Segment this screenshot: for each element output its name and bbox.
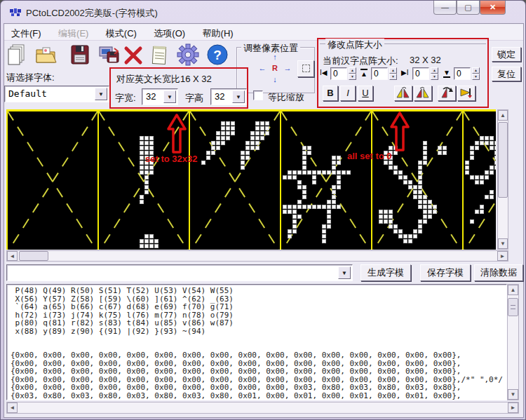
pixel-block[interactable] <box>231 121 235 126</box>
pixel-block[interactable] <box>140 156 144 160</box>
output-hscrollbar[interactable]: ◄ ► <box>6 402 519 414</box>
charset-combo[interactable]: !"#$%&'()*+,-./0123456789:;<=>?@ABCDEFGH… <box>6 264 353 281</box>
pixel-block[interactable] <box>403 180 407 184</box>
preview-vscroll-up-button[interactable]: ▲ <box>498 110 508 121</box>
output-vscrollbar[interactable]: ▲ ▼ <box>507 284 519 400</box>
pixel-block[interactable] <box>302 185 306 189</box>
pixel-block[interactable] <box>149 165 154 170</box>
delete-button[interactable] <box>123 43 144 68</box>
pixel-block[interactable] <box>250 136 255 140</box>
pixel-block[interactable] <box>342 170 346 175</box>
pixel-block[interactable] <box>288 175 292 179</box>
pixel-block[interactable] <box>413 195 417 199</box>
pixel-block[interactable] <box>423 210 427 214</box>
shift-right-spin-down[interactable]: ▼ <box>431 74 438 80</box>
pixel-block[interactable] <box>211 141 215 145</box>
pixel-block[interactable] <box>302 156 306 160</box>
pixel-block[interactable] <box>384 210 388 214</box>
pixel-block[interactable] <box>149 170 154 175</box>
pixel-block[interactable] <box>307 205 311 209</box>
output-vscroll-thumb[interactable] <box>508 298 518 316</box>
pixel-block[interactable] <box>255 126 259 130</box>
pixel-block[interactable] <box>413 190 417 194</box>
lcd-preview-canvas[interactable]: set to 32x32all set to 0 <box>6 109 496 250</box>
pixel-block[interactable] <box>302 190 306 194</box>
pixel-block[interactable] <box>485 141 489 145</box>
pixel-block[interactable] <box>428 210 432 214</box>
pixel-block[interactable] <box>389 224 393 229</box>
char-width-combo[interactable]: 32 ▼ <box>142 88 178 105</box>
pixel-block[interactable] <box>438 151 442 155</box>
pixel-block[interactable] <box>327 224 331 229</box>
pixel-block[interactable] <box>485 195 489 199</box>
shift-down-spin-up[interactable]: ▲ <box>472 67 480 74</box>
pixel-block[interactable] <box>292 215 297 219</box>
pixel-block[interactable] <box>443 146 447 150</box>
shift-left-spin-down[interactable]: ▼ <box>349 74 356 80</box>
pixel-block[interactable] <box>149 239 154 243</box>
pixel-block[interactable] <box>480 180 484 184</box>
pixel-block[interactable] <box>206 156 210 160</box>
reset-button[interactable]: 复位 <box>492 67 521 81</box>
pixel-block[interactable] <box>408 234 412 238</box>
pixel-block[interactable] <box>312 170 316 175</box>
pixel-block[interactable] <box>226 126 230 130</box>
pixel-block[interactable] <box>144 239 149 243</box>
italic-button[interactable]: I <box>340 86 356 101</box>
pixel-block[interactable] <box>241 156 245 160</box>
char-height-combo[interactable]: 32 ▼ <box>210 88 247 105</box>
pixel-block[interactable] <box>140 146 144 150</box>
pixel-block[interactable] <box>149 234 154 238</box>
pixel-block[interactable] <box>149 146 154 150</box>
pixel-block[interactable] <box>494 151 496 155</box>
pixel-block[interactable] <box>327 170 331 175</box>
pixel-block[interactable] <box>485 170 489 175</box>
pixel-block[interactable] <box>418 170 422 175</box>
pixel-block[interactable] <box>211 151 215 155</box>
pixel-block[interactable] <box>260 126 264 130</box>
pixel-block[interactable] <box>423 161 427 165</box>
frame-tool-button[interactable] <box>297 60 314 77</box>
pixel-block[interactable] <box>245 146 250 150</box>
pixel-block[interactable] <box>245 156 250 160</box>
pixel-block[interactable] <box>470 156 474 160</box>
pixel-block[interactable] <box>317 205 321 209</box>
pixel-block[interactable] <box>140 161 144 165</box>
pixel-block[interactable] <box>322 229 326 233</box>
pixel-block[interactable] <box>255 136 259 140</box>
pixel-block[interactable] <box>418 161 422 165</box>
charset-dropdown-button[interactable]: ▼ <box>338 266 351 279</box>
pixel-block[interactable] <box>494 146 496 150</box>
pixel-block[interactable] <box>302 165 306 170</box>
shift-left-spin-up[interactable]: ▲ <box>349 67 356 74</box>
pixel-block[interactable] <box>327 210 331 214</box>
settings-button[interactable] <box>176 43 201 68</box>
menu-file[interactable]: 文件(F) <box>4 25 48 43</box>
pixel-block[interactable] <box>292 175 297 179</box>
menu-help[interactable]: 帮助(H) <box>196 25 241 43</box>
pixel-block[interactable] <box>216 146 220 150</box>
pixel-block[interactable] <box>302 205 306 209</box>
pixel-block[interactable] <box>255 121 259 126</box>
pixel-block[interactable] <box>379 215 383 219</box>
pixel-block[interactable] <box>480 141 484 145</box>
pixel-block[interactable] <box>490 165 494 170</box>
char-width-dropdown-button[interactable]: ▼ <box>163 90 176 103</box>
preview-cell-space[interactable] <box>8 111 99 250</box>
pixel-block[interactable] <box>206 151 210 155</box>
pixel-block[interactable] <box>327 219 331 224</box>
pixel-block[interactable] <box>307 170 311 175</box>
pixel-block[interactable] <box>337 185 341 189</box>
pixel-block[interactable] <box>221 131 225 135</box>
pixel-block[interactable] <box>403 175 407 179</box>
shift-up-spin-up[interactable]: ▲ <box>389 67 397 74</box>
pixel-block[interactable] <box>144 175 149 179</box>
pixel-block[interactable] <box>403 234 407 238</box>
pixel-block[interactable] <box>302 195 306 199</box>
pixel-block[interactable] <box>418 185 422 189</box>
pixel-block[interactable] <box>470 175 474 179</box>
pixel-block[interactable] <box>216 136 220 140</box>
pixel-block[interactable] <box>255 146 259 150</box>
pixel-block[interactable] <box>475 175 479 179</box>
pixel-block[interactable] <box>465 170 469 175</box>
